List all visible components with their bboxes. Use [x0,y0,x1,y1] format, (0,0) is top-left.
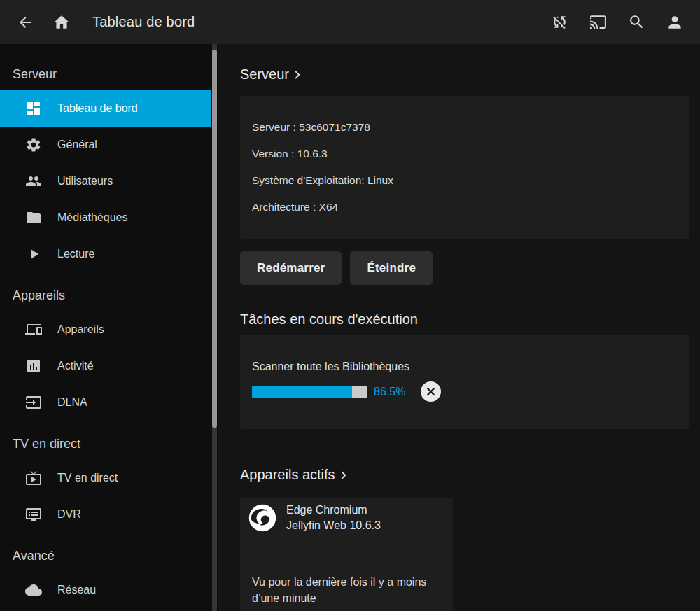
dvr-icon [25,506,42,523]
stop-task-button[interactable] [421,381,441,402]
sidebar-item-label: Général [57,139,97,151]
search-button[interactable] [622,8,650,36]
folder-icon [25,209,42,226]
chevron-right-icon [337,469,350,482]
chevron-right-icon [291,69,304,81]
devices-icon [25,321,42,338]
task-progress-bar [252,386,368,398]
admin-sidebar: ServeurTableau de bordGénéralUtilisateur… [0,44,218,611]
shutdown-button[interactable]: Éteindre [350,251,433,285]
sidebar-item-label: Appareils [57,323,104,336]
sidebar-section-heading: TV en direct [0,433,218,454]
device-name: Edge Chromium [286,503,381,518]
home-button[interactable] [48,8,76,36]
sidebar-item-label: Tableau de bord [57,102,138,115]
sidebar-item-tableau-de-bord[interactable]: Tableau de bord [0,90,211,127]
back-button[interactable] [11,8,39,36]
sidebar-item-label: Lecture [57,248,94,260]
users-icon [25,173,42,190]
home-icon [52,13,71,31]
device-header: Edge Chromium Jellyfin Web 10.6.3 [247,503,441,533]
server-actions: Redémarrer Éteindre [240,251,690,285]
task-name: Scanner toute les Bibliothèques [252,360,678,374]
sidebar-item-label: Médiathèques [57,211,128,224]
sidebar-item-lecture[interactable]: Lecture [0,236,211,272]
sidebar-item-label: DLNA [57,396,88,409]
sidebar-item-dlna[interactable]: DLNA [0,384,211,421]
running-tasks-title: Tâches en cours d'exécution [240,310,690,328]
sidebar-scrollbar-thumb[interactable] [212,50,217,428]
server-info-line: Système d'Exploitation: Linux [252,167,678,194]
user-menu-button[interactable] [661,8,689,36]
sidebar-item-label: TV en direct [57,472,118,484]
running-tasks-title-text: Tâches en cours d'exécution [240,310,418,328]
sidebar-item-activit-[interactable]: Activité [0,348,211,384]
active-devices-title-text: Appareils actifs [240,465,335,484]
sidebar-section-heading: Serveur [0,64,218,85]
sidebar-section-heading: Appareils [0,285,218,306]
active-devices-title[interactable]: Appareils actifs [240,465,690,484]
sidebar-item-r-seau[interactable]: Réseau [0,572,211,608]
close-icon [426,386,436,397]
server-info-card: Serveur : 53c6071c7378Version : 10.6.3Sy… [240,96,690,239]
server-info-line: Architecture : X64 [252,194,678,220]
sidebar-item-g-n-ral[interactable]: Général [0,127,211,163]
server-info-line: Serveur : 53c6071c7378 [252,114,678,141]
edge-browser-icon [247,503,278,533]
top-app-bar: Tableau de bord [0,0,700,44]
play-icon [25,246,42,262]
sidebar-item-label: Activité [57,360,94,372]
sidebar-item-tv-en-direct[interactable]: TV en direct [0,460,211,496]
device-client: Jellyfin Web 10.6.3 [286,518,381,533]
sidebar-item-appareils[interactable]: Appareils [0,311,211,348]
live-tv-icon [25,470,42,486]
syncplay-button[interactable] [545,8,573,36]
activity-icon [25,358,42,374]
sidebar-nav: ServeurTableau de bordGénéralUtilisateur… [0,64,218,608]
task-progress-percent: 86.5% [374,386,405,398]
restart-button[interactable]: Redémarrer [240,251,342,285]
sidebar-scrollbar-track[interactable] [212,44,217,611]
sidebar-item-label: Réseau [57,584,96,596]
server-section-title-text: Serveur [240,65,289,83]
sidebar-item-utilisateurs[interactable]: Utilisateurs [0,163,211,199]
sidebar-item-label: DVR [57,508,81,521]
task-progress-row: 86.5% [252,381,678,402]
device-last-seen: Vu pour la dernière fois il y a moins d’… [252,574,441,606]
sidebar-item-m-diath-ques[interactable]: Médiathèques [0,199,211,236]
running-tasks-card: Scanner toute les Bibliothèques 86.5% [240,335,690,429]
server-section-title[interactable]: Serveur [240,65,690,83]
dashboard-icon [25,100,42,117]
page-title: Tableau de bord [92,14,195,30]
syncplay-off-icon [551,13,568,31]
sidebar-item-dvr[interactable]: DVR [0,496,211,533]
input-icon [25,394,42,411]
active-device-card[interactable]: Edge Chromium Jellyfin Web 10.6.3 Vu pou… [240,498,453,611]
gear-icon [25,136,42,153]
cast-icon [589,13,607,31]
device-names: Edge Chromium Jellyfin Web 10.6.3 [286,503,381,533]
dashboard-content: Serveur Serveur : 53c6071c7378Version : … [218,44,700,611]
search-icon [628,13,645,31]
user-icon [666,13,684,31]
sidebar-section-heading: Avancé [0,545,218,566]
cast-button[interactable] [584,8,612,36]
task-progress-fill [252,386,352,398]
cloud-icon [25,582,42,598]
arrow-back-icon [17,14,34,31]
sidebar-item-label: Utilisateurs [57,175,113,188]
server-info-line: Version : 10.6.3 [252,141,678,167]
